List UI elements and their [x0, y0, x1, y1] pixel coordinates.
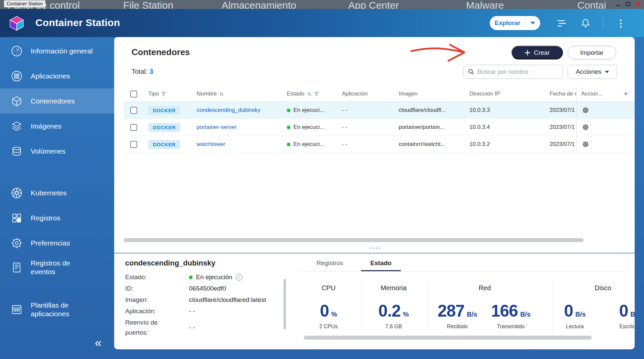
explore-button-label: Explorar — [490, 19, 525, 27]
column-header-nombre[interactable]: Nombre — [192, 86, 282, 102]
filter-icon — [314, 92, 319, 96]
more-options-kebab-icon[interactable] — [619, 19, 622, 28]
column-header-estado[interactable]: Estado — [282, 86, 337, 102]
stats-divider — [361, 282, 362, 332]
volumes-icon — [10, 145, 23, 158]
row-actions-gear-icon[interactable] — [581, 123, 590, 132]
sidebar-item-aplicaciones[interactable]: Aplicaciones — [0, 63, 114, 88]
desktop-item-container[interactable]: Containe — [577, 0, 607, 9]
desktop-item-app-center[interactable]: App Center — [348, 0, 399, 9]
desktop-item-file-station[interactable]: File Station — [123, 0, 173, 9]
desktop-item-malware[interactable]: Malware — [466, 0, 504, 9]
page-title: Contenedores — [132, 47, 190, 57]
sidebar-item-imagenes[interactable]: Imágenes — [0, 114, 114, 139]
running-status-dot — [287, 143, 290, 146]
running-status-dot — [189, 276, 193, 279]
sidebar-item-volumenes[interactable]: Volúmenes — [0, 139, 114, 164]
add-column-button[interactable]: + — [617, 86, 635, 102]
sidebar-group-spacer — [0, 164, 114, 180]
filter-icon — [161, 92, 166, 96]
sort-icon — [307, 92, 312, 97]
info-icon[interactable]: i — [236, 274, 242, 281]
event-logs-icon — [10, 261, 23, 274]
row-checkbox[interactable] — [130, 141, 137, 148]
total-value: 3 — [150, 68, 153, 75]
tab-estado[interactable]: Estado — [361, 259, 401, 267]
docker-type-badge: DOCKER — [148, 140, 180, 149]
explore-button[interactable]: Explorar — [490, 16, 540, 30]
column-header-aplicacion[interactable]: Aplicación — [337, 86, 394, 102]
sidebar-item-kubernetes[interactable]: Kubernetes — [0, 180, 114, 205]
column-header-direccion-ip[interactable]: Dirección IP — [465, 86, 545, 102]
metric-disco-escritura: 0B/s Escritura — [619, 302, 635, 330]
notifications-bell-icon[interactable] — [580, 18, 591, 30]
sidebar-item-label: Registros deeventos — [31, 259, 70, 276]
stat-label-disco: Disco — [595, 284, 611, 292]
sidebar-item-informacion-general[interactable]: Información general — [0, 38, 114, 63]
sidebar-item-contenedores[interactable]: Contenedores — [0, 88, 114, 114]
sidebar-item-label: Contenedores — [31, 97, 75, 106]
create-button[interactable]: Crear — [511, 46, 563, 59]
window-title-label: Container Station — [4, 0, 45, 7]
sidebar-item-label: Aplicaciones — [31, 72, 70, 80]
explore-dropdown-caret[interactable] — [525, 16, 540, 30]
sidebar-item-label: Volúmenes — [31, 147, 65, 156]
table-header-row: Tipo Nombre Estado Aplicación — [124, 86, 635, 102]
detail-field-aplicacion: Aplicación: - - — [125, 306, 282, 316]
desktop-background: Panel de control File Station Almacenami… — [0, 0, 644, 9]
images-icon — [10, 120, 23, 133]
detail-vertical-scrollbar[interactable] — [283, 279, 286, 329]
resource-monitor-icon[interactable] — [555, 18, 567, 30]
actions-dropdown-button[interactable]: Acciones — [568, 65, 617, 79]
detail-field-puertos: Reenvío de puertos: - - — [125, 318, 282, 338]
metric-memoria: 0.2% 7.6 GB — [378, 302, 409, 330]
search-input[interactable] — [477, 68, 559, 75]
table-row[interactable]: DOCKER portainer-server En ejecuci... - … — [124, 119, 635, 136]
container-station-window: Container Station Explorar — [0, 9, 644, 359]
row-checkbox[interactable] — [130, 107, 137, 114]
applications-icon — [10, 69, 23, 83]
container-name-link[interactable]: portainer-server — [197, 124, 237, 131]
detail-fields: Estado: En ejecucióni ID: 0654500edf0 Im… — [125, 272, 282, 339]
table-row[interactable]: DOCKER watchtower En ejecuci... - - cont… — [124, 136, 635, 153]
container-name-link[interactable]: condescending_dubinsky — [197, 107, 260, 114]
sidebar-item-plantillas-de-aplicaciones[interactable]: Plantillas deaplicaciones — [0, 298, 114, 322]
detail-container-name: condescending_dubinsky — [125, 259, 215, 267]
close-button[interactable] — [635, 1, 641, 7]
row-actions-gear-icon[interactable] — [581, 106, 590, 115]
sidebar-item-registros-de-eventos[interactable]: Registros deeventos — [0, 255, 114, 280]
column-header-fecha[interactable]: Fecha de c — [545, 86, 576, 102]
preferences-gear-icon — [10, 236, 23, 250]
import-button[interactable]: Importar — [568, 46, 616, 59]
search-box[interactable] — [463, 65, 563, 79]
column-header-imagen[interactable]: Imagen — [394, 86, 465, 102]
panel-resize-handle[interactable] — [355, 247, 395, 249]
table-horizontal-scrollbar[interactable] — [124, 238, 584, 242]
containers-table: Tipo Nombre Estado Aplicación — [124, 86, 635, 153]
stat-label-memoria: Memoria — [381, 284, 407, 292]
sidebar: Información general Aplicaciones Contene… — [0, 37, 114, 359]
select-all-checkbox[interactable] — [130, 91, 137, 98]
detail-field-id: ID: 0654500edf0 — [125, 284, 282, 294]
maximize-button[interactable] — [625, 1, 631, 7]
screen: Panel de control File Station Almacenami… — [0, 0, 644, 359]
search-icon — [468, 68, 474, 75]
sidebar-collapse-chevron-icon[interactable]: « — [95, 337, 101, 349]
docker-type-badge: DOCKER — [148, 106, 180, 115]
column-header-tipo[interactable]: Tipo — [144, 86, 192, 102]
sidebar-item-registros[interactable]: Registros — [0, 205, 114, 230]
desktop-item-almacenamiento[interactable]: Almacenamiento — [222, 0, 296, 9]
stats-divider — [427, 282, 428, 332]
tabs-divider-line — [302, 271, 624, 272]
sidebar-item-preferencias[interactable]: Preferencias — [0, 230, 114, 255]
column-header-acciones[interactable]: Accion... — [576, 86, 617, 102]
minimize-button[interactable] — [615, 1, 621, 7]
container-name-link[interactable]: watchtower — [197, 141, 225, 148]
metric-red-recibido: 287B/s Recibido — [438, 302, 477, 330]
table-row[interactable]: DOCKER condescending_dubinsky En ejecuci… — [124, 102, 635, 119]
row-checkbox[interactable] — [130, 124, 137, 131]
sidebar-item-label: Información general — [31, 47, 93, 55]
row-actions-gear-icon[interactable] — [581, 140, 590, 149]
stats-horizontal-scrollbar[interactable] — [304, 336, 592, 340]
tab-registros[interactable]: Registros — [310, 259, 350, 267]
